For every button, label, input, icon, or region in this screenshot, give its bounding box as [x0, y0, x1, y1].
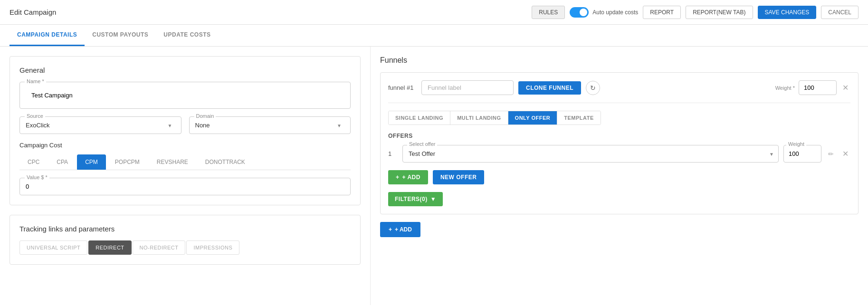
page-title: Edit Campaign [10, 8, 56, 16]
funnel-mode-tabs: SINGLE LANDING MULTI LANDING ONLY OFFER … [388, 111, 601, 125]
cost-tab-donottrack[interactable]: DONOTTRACK [197, 154, 253, 170]
source-select[interactable]: ExoClick [24, 121, 177, 130]
chevron-down-icon: ▼ [430, 196, 436, 202]
offer-action-buttons: + + ADD NEW OFFER [388, 170, 850, 184]
rules-button[interactable]: RULES [532, 6, 565, 19]
funnel-header: funnel #1 CLONE FUNNEL ↻ Weight * ✕ [388, 80, 850, 95]
refresh-button[interactable]: ↻ [586, 81, 600, 95]
close-icon: ✕ [842, 150, 849, 158]
tracking-title: Tracking links and parameters [19, 225, 351, 233]
funnel-number: funnel #1 [388, 84, 417, 91]
weight-label: Weight * [775, 85, 795, 91]
refresh-icon: ↻ [590, 84, 596, 92]
domain-label: Domain [194, 113, 216, 119]
general-title: General [19, 66, 351, 74]
tracking-tabs: UNIVERSAL SCRIPT REDIRECT NO-REDIRECT IM… [19, 240, 351, 255]
domain-select[interactable]: None [193, 121, 347, 130]
offer-row: 1 Select offer Test Offer Weight ✏ [388, 145, 850, 163]
tracking-tab-no-redirect[interactable]: NO-REDIRECT [133, 240, 186, 255]
cost-tab-cpa[interactable]: CPA [48, 154, 76, 170]
tab-update-costs[interactable]: UPDATE COSTS [156, 25, 218, 46]
plus-icon: + [396, 174, 400, 181]
funnels-title: Funnels [380, 56, 858, 65]
save-changes-button[interactable]: SAVE CHANGES [758, 6, 817, 19]
offers-header: Offers [388, 133, 850, 139]
new-offer-button[interactable]: NEW OFFER [433, 170, 485, 184]
mode-tab-multi-landing[interactable]: MULTI LANDING [450, 111, 508, 125]
source-select-wrapper: ExoClick [24, 121, 177, 130]
auto-update-label: Auto update costs [592, 9, 638, 16]
filters-container: FILTERS(0) ▼ [388, 192, 850, 206]
value-input[interactable] [26, 183, 344, 190]
filters-label: FILTERS(0) [395, 196, 428, 202]
general-section: General Name * Source ExoClick [10, 56, 361, 205]
tracking-section: Tracking links and parameters UNIVERSAL … [10, 215, 361, 265]
value-bordered-field: Value $ * [19, 178, 351, 195]
name-input[interactable] [26, 87, 344, 104]
funnel-label-input[interactable] [421, 80, 514, 95]
header: Edit Campaign RULES Auto update costs RE… [0, 0, 868, 25]
add-funnel-button[interactable]: + + ADD [380, 222, 420, 237]
source-field-group: Source ExoClick [19, 116, 181, 134]
cost-tab-revshare[interactable]: REVSHARE [149, 154, 196, 170]
weight-input[interactable] [799, 80, 837, 95]
mode-tab-template[interactable]: TEMPLATE [557, 111, 600, 125]
cost-tab-cpm[interactable]: CPM [77, 154, 106, 170]
value-label: Value $ * [25, 174, 49, 180]
tab-campaign-details[interactable]: CAMPAIGN DETAILS [10, 25, 85, 46]
offers-section: Offers 1 Select offer Test Offer Weight [388, 133, 850, 163]
funnel-card: funnel #1 CLONE FUNNEL ↻ Weight * ✕ SING… [380, 72, 858, 214]
right-panel: Funnels funnel #1 CLONE FUNNEL ↻ Weight … [371, 47, 868, 305]
mode-tab-only-offer[interactable]: ONLY OFFER [508, 111, 558, 125]
offer-weight-input[interactable] [783, 145, 821, 163]
tracking-tab-redirect[interactable]: REDIRECT [88, 240, 131, 255]
auto-update-toggle[interactable] [570, 7, 589, 18]
name-label: Name * [25, 78, 46, 84]
offer-select-wrapper: Select offer Test Offer [402, 145, 779, 163]
tracking-tab-universal[interactable]: UNIVERSAL SCRIPT [19, 240, 87, 255]
report-new-tab-button[interactable]: REPORT(NEW TAB) [686, 6, 753, 19]
domain-field-group: Domain None [189, 116, 351, 134]
domain-bordered-field: Domain None [189, 116, 351, 134]
source-domain-row: Source ExoClick Domain None [19, 116, 351, 134]
clone-funnel-button[interactable]: CLONE FUNNEL [518, 81, 581, 95]
name-bordered-field: Name * [19, 82, 351, 109]
close-icon: ✕ [842, 84, 849, 92]
offer-remove-button[interactable]: ✕ [840, 147, 850, 160]
domain-select-wrapper: None [193, 121, 347, 130]
source-label: Source [25, 113, 45, 119]
campaign-cost-label: Campaign Cost [19, 142, 351, 149]
weight-field: Weight * ✕ [775, 80, 850, 95]
mode-tab-single-landing[interactable]: SINGLE LANDING [389, 111, 450, 125]
auto-update-toggle-container: Auto update costs [570, 7, 638, 18]
offer-weight-wrapper: Weight [783, 145, 821, 163]
plus-icon: + [389, 226, 392, 233]
cost-tab-popcpm[interactable]: POPCPM [107, 154, 148, 170]
funnel-close-button[interactable]: ✕ [840, 81, 850, 94]
edit-icon: ✏ [828, 150, 834, 158]
content-area: General Name * Source ExoClick [0, 47, 868, 305]
offer-edit-button[interactable]: ✏ [826, 148, 836, 160]
left-panel: General Name * Source ExoClick [0, 47, 371, 305]
filters-button[interactable]: FILTERS(0) ▼ [388, 192, 443, 206]
tab-custom-payouts[interactable]: CUSTOM PAYOUTS [85, 25, 156, 46]
header-actions: RULES Auto update costs REPORT REPORT(NE… [532, 6, 858, 19]
cancel-button[interactable]: CANCEL [821, 6, 858, 19]
report-button[interactable]: REPORT [643, 6, 681, 19]
main-tabs: CAMPAIGN DETAILS CUSTOM PAYOUTS UPDATE C… [0, 25, 868, 47]
offer-select[interactable]: Test Offer [402, 145, 779, 163]
select-offer-label: Select offer [407, 141, 437, 147]
tracking-tab-impressions[interactable]: IMPRESSIONS [186, 240, 239, 255]
name-field-group: Name * [19, 82, 351, 109]
offer-weight-label: Weight [786, 141, 806, 147]
offer-number: 1 [388, 150, 398, 157]
add-offer-button[interactable]: + + ADD [388, 170, 428, 184]
funnel-divider [388, 103, 850, 103]
cost-tab-cpc[interactable]: CPC [19, 154, 48, 170]
cost-tabs: CPC CPA CPM POPCPM REVSHARE DONOTTRACK [19, 154, 351, 170]
source-bordered-field: Source ExoClick [19, 116, 181, 134]
